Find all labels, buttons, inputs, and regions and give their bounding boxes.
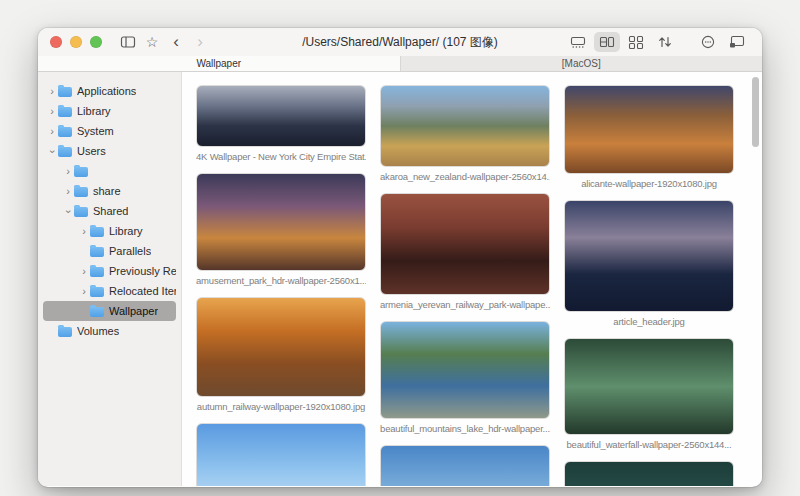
minimize-button[interactable] xyxy=(70,36,82,48)
folder-icon xyxy=(90,287,104,297)
path-title: /Users/Shared/Wallpaper/ (107 图像) xyxy=(302,34,498,51)
folder-icon xyxy=(58,107,72,117)
chevron-right-icon[interactable]: › xyxy=(62,186,74,197)
thumbnail[interactable] xyxy=(380,193,550,295)
star-icon[interactable]: ☆ xyxy=(140,31,164,53)
chevron-right-icon[interactable]: › xyxy=(46,106,58,117)
image-card[interactable]: 4K Wallpaper - New York City Empire Stat… xyxy=(196,85,366,163)
file-browser-window: ☆ ‹ › /Users/Shared/Wallpaper/ (107 图像) xyxy=(38,28,762,487)
sidebar-item-library[interactable]: › Library xyxy=(43,101,176,121)
image-filename: article_header.jpg xyxy=(564,316,734,328)
folder-icon xyxy=(58,327,72,337)
image-filename: autumn_railway-wallpaper-1920x1080.jpg xyxy=(196,401,366,413)
folder-icon xyxy=(74,187,88,197)
folder-icon xyxy=(90,247,104,257)
sidebar-item-share[interactable]: › share xyxy=(43,181,176,201)
vertical-scrollbar[interactable] xyxy=(752,77,759,147)
sort-icon[interactable] xyxy=(652,32,678,52)
grid-view-icon[interactable] xyxy=(623,32,649,52)
tab-bar: Wallpaper [MacOS] xyxy=(38,56,762,72)
image-card[interactable]: alicante-wallpaper-1920x1080.jpg xyxy=(564,85,734,190)
tab-wallpaper[interactable]: Wallpaper xyxy=(38,56,400,71)
sidebar-item-parallels[interactable]: Parallels xyxy=(43,241,176,261)
close-button[interactable] xyxy=(50,36,62,48)
tab-macos[interactable]: [MacOS] xyxy=(400,56,763,71)
chevron-right-icon[interactable]: › xyxy=(78,286,90,297)
image-card[interactable]: article_header.jpg xyxy=(564,200,734,328)
chevron-right-icon[interactable]: › xyxy=(78,226,90,237)
image-card[interactable]: amusement_park_hdr-wallpaper-2560x1... xyxy=(196,173,366,287)
toolbar-right xyxy=(565,32,750,52)
more-circle-icon[interactable] xyxy=(695,32,721,52)
image-filename: akaroa_new_zealand-wallpaper-2560x14... xyxy=(380,171,550,183)
thumbnail[interactable] xyxy=(564,461,734,486)
chevron-down-icon[interactable]: › xyxy=(63,205,74,217)
image-card[interactable]: beautiful_mountains_lake_hdr-wallpaper..… xyxy=(380,321,550,435)
back-chevron-icon[interactable]: ‹ xyxy=(164,31,188,53)
folder-icon xyxy=(90,267,104,277)
main-split: › Applications › Library › System › xyxy=(38,72,762,486)
folder-icon xyxy=(58,147,72,157)
image-card[interactable]: autumn_railway-wallpaper-1920x1080.jpg xyxy=(196,297,366,413)
image-filename: 4K Wallpaper - New York City Empire Stat… xyxy=(196,151,366,163)
sidebar-item-wallpaper[interactable]: Wallpaper xyxy=(43,301,176,321)
thumbnail[interactable] xyxy=(196,173,366,271)
folder-icon xyxy=(90,307,104,317)
grid-column-2: akaroa_new_zealand-wallpaper-2560x14... … xyxy=(380,85,550,486)
gallery-view-icon[interactable] xyxy=(594,32,620,52)
sidebar-item-shared-library[interactable]: › Library xyxy=(43,221,176,241)
folder-icon xyxy=(74,207,88,217)
chevron-down-icon[interactable]: › xyxy=(47,145,58,157)
thumbnail[interactable] xyxy=(564,338,734,435)
folder-icon xyxy=(90,227,104,237)
traffic-lights xyxy=(50,36,102,48)
image-card[interactable]: akaroa_new_zealand-wallpaper-2560x14... xyxy=(380,85,550,183)
thumbnail[interactable] xyxy=(196,85,366,147)
folder-icon xyxy=(58,127,72,137)
titlebar: ☆ ‹ › /Users/Shared/Wallpaper/ (107 图像) xyxy=(38,28,762,56)
thumbnail[interactable] xyxy=(380,85,550,167)
thumbnail[interactable] xyxy=(564,200,734,312)
image-card[interactable]: beautiful_waterfall-wallpaper-2560x144..… xyxy=(564,338,734,451)
sidebar-item-volumes[interactable]: Volumes xyxy=(43,321,176,341)
image-card[interactable] xyxy=(380,445,550,486)
sidebar-item-applications[interactable]: › Applications xyxy=(43,81,176,101)
zoom-button[interactable] xyxy=(90,36,102,48)
thumbnail[interactable] xyxy=(564,85,734,174)
folder-icon xyxy=(58,87,72,97)
forward-chevron-icon[interactable]: › xyxy=(188,31,212,53)
preview-panel-icon[interactable] xyxy=(724,32,750,52)
folder-icon xyxy=(74,167,88,177)
sidebar-item-previously-relocated[interactable]: › Previously Relocated It xyxy=(43,261,176,281)
image-card[interactable] xyxy=(564,461,734,486)
thumbnail[interactable] xyxy=(380,445,550,486)
chevron-right-icon[interactable]: › xyxy=(46,86,58,97)
sidebar-item-users[interactable]: › Users xyxy=(43,141,176,161)
sidebar-item-system[interactable]: › System xyxy=(43,121,176,141)
sidebar-item-user-home[interactable]: › xyxy=(43,161,176,181)
chevron-right-icon[interactable]: › xyxy=(46,126,58,137)
chevron-right-icon[interactable]: › xyxy=(78,266,90,277)
sidebar-toggle-icon[interactable] xyxy=(116,31,140,53)
thumbnail[interactable] xyxy=(380,321,550,419)
image-filename: beautiful_mountains_lake_hdr-wallpaper..… xyxy=(380,423,550,435)
grid-column-1: 4K Wallpaper - New York City Empire Stat… xyxy=(196,85,366,486)
image-filename: beautiful_waterfall-wallpaper-2560x144..… xyxy=(564,439,734,451)
image-filename: amusement_park_hdr-wallpaper-2560x1... xyxy=(196,275,366,287)
sidebar-item-shared[interactable]: › Shared xyxy=(43,201,176,221)
image-filename: armenia_yerevan_railway_park-wallpape... xyxy=(380,299,550,311)
sidebar-tree: › Applications › Library › System › xyxy=(38,72,182,486)
chevron-right-icon[interactable]: › xyxy=(62,166,74,177)
image-card[interactable]: armenia_yerevan_railway_park-wallpape... xyxy=(380,193,550,311)
image-card[interactable] xyxy=(196,423,366,486)
thumbnail[interactable] xyxy=(196,297,366,397)
list-view-icon[interactable] xyxy=(565,32,591,52)
grid-column-3: alicante-wallpaper-1920x1080.jpg article… xyxy=(564,85,734,486)
image-grid: 4K Wallpaper - New York City Empire Stat… xyxy=(182,72,762,486)
desktop-background: ☆ ‹ › /Users/Shared/Wallpaper/ (107 图像) xyxy=(0,0,800,496)
thumbnail[interactable] xyxy=(196,423,366,486)
sidebar-item-relocated-items[interactable]: › Relocated Items xyxy=(43,281,176,301)
image-filename: alicante-wallpaper-1920x1080.jpg xyxy=(564,178,734,190)
